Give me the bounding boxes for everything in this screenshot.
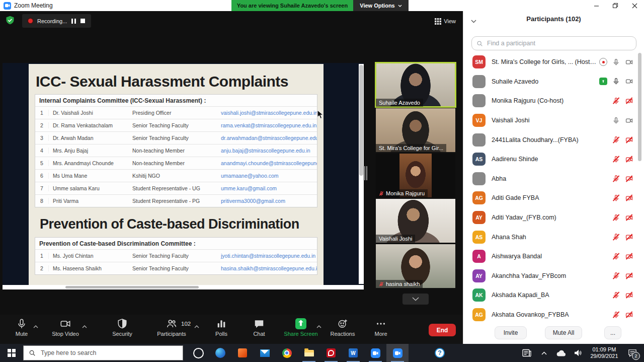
zoom-taskbar-icon-active[interactable] <box>386 344 409 362</box>
participant-row[interactable]: AS Aadirenu Shinde <box>463 150 644 169</box>
mute-all-button[interactable]: Mute All <box>545 326 582 339</box>
mail-icon[interactable] <box>254 344 276 362</box>
mic-muted-icon <box>612 135 620 144</box>
windows-logo-icon <box>8 349 16 357</box>
table-row: 5Mrs. Anandmayi ChoundeNon-teaching Memb… <box>35 157 317 169</box>
volume-icon[interactable] <box>571 344 586 362</box>
mouse-cursor <box>317 110 324 121</box>
participant-name: Monika Rajguru (Co-host) <box>492 97 609 104</box>
chevron-down-icon <box>398 5 402 7</box>
more-button[interactable]: More <box>360 318 402 337</box>
tray-expand-chevron-icon[interactable] <box>536 344 551 362</box>
mic-icon <box>16 318 27 329</box>
clock-time: 01:09 PM <box>588 346 621 353</box>
participant-name: Akshata Govankop_FYBBA <box>492 311 609 318</box>
participant-name: Aditi Gade FYBA <box>492 194 609 201</box>
mic-muted-icon <box>612 194 620 202</box>
participant-row[interactable]: AG Akshata Govankop_FYBBA <box>463 305 644 325</box>
zoom-meeting-window: Zoom Meeting You are viewing Suhaile Aza… <box>0 0 644 362</box>
windows-taskbar: W ? 01:09 PM 29/09/2021 <box>0 344 644 362</box>
avatar: AY <box>472 211 486 224</box>
video-camera-icon <box>60 318 71 329</box>
file-explorer-icon[interactable] <box>298 344 320 362</box>
stop-recording-button[interactable] <box>80 19 85 23</box>
cortana-icon[interactable] <box>187 344 209 362</box>
avatar <box>472 172 486 185</box>
video-thumbnail-st-miras[interactable]: St. Mira's College for Gir... <box>376 108 455 152</box>
minimize-button[interactable] <box>587 0 606 11</box>
camera-off-icon <box>625 311 633 319</box>
mute-options-caret[interactable] <box>33 321 38 330</box>
view-layout-button[interactable]: View <box>435 15 456 27</box>
search-input[interactable] <box>486 39 631 47</box>
meeting-stage: Recording... View ICC- Sexual Harassment… <box>0 11 463 344</box>
video-thumbnail-monika[interactable]: Monika Rajguru <box>376 154 455 197</box>
security-button[interactable]: Security <box>101 318 143 337</box>
participant-row[interactable]: AY Akanchha Yadav_FYBcom <box>463 266 644 286</box>
zoom-taskbar-icon[interactable] <box>364 344 386 362</box>
avatar: AS <box>472 153 486 166</box>
camera-off-icon <box>625 252 633 261</box>
mic-icon <box>612 58 620 66</box>
video-thumbnail-vaishali[interactable]: Vaishali Joshi <box>376 199 455 243</box>
mic-muted-icon <box>612 233 620 241</box>
participants-options-caret[interactable] <box>194 321 199 330</box>
meeting-info-shield-icon[interactable] <box>5 15 15 27</box>
polls-button[interactable]: Polls <box>200 318 243 337</box>
word-icon[interactable]: W <box>342 344 364 362</box>
reactions-button[interactable]: Reactions <box>321 318 364 337</box>
start-button[interactable] <box>0 344 23 362</box>
video-thumbnail-hasina[interactable]: hasina shaikh <box>376 244 455 288</box>
participant-row[interactable]: 2441Lalita Choudhary...(FYBA) <box>463 130 644 150</box>
camera-off-icon <box>625 291 633 300</box>
onedrive-cloud-icon[interactable] <box>553 344 569 362</box>
taskbar-search[interactable] <box>23 345 183 360</box>
view-options-button[interactable]: View Options <box>353 0 409 11</box>
shared-vertical-scrollbar <box>359 64 364 284</box>
chat-button[interactable]: Chat <box>238 318 280 337</box>
news-widget-icon[interactable] <box>519 344 534 362</box>
participant-row[interactable]: Abha <box>463 169 644 189</box>
close-button[interactable] <box>625 0 644 11</box>
restore-button[interactable] <box>606 0 625 11</box>
table-row: 1Dr. Vaishali JoshiPresiding Officervais… <box>35 106 317 119</box>
window-titlebar: Zoom Meeting You are viewing Suhaile Aza… <box>0 0 644 11</box>
participant-row[interactable]: A Aishwarya Bandal <box>463 247 644 266</box>
participant-row[interactable]: Suhaile Azavedo <box>463 72 644 92</box>
notification-count-badge: 2 <box>632 352 640 360</box>
system-tray: 01:09 PM 29/09/2021 2 <box>519 344 644 362</box>
participant-name: Aadirenu Shinde <box>492 156 609 163</box>
participant-name: Abha <box>492 175 609 182</box>
video-thumbnail-suhaile[interactable]: Suhaile Azavedo <box>376 63 455 107</box>
table-row: 4Mrs. Anju BajajNon-teaching Memberanju.… <box>35 144 317 157</box>
participant-row[interactable]: AG Aditi Gade FYBA <box>463 188 644 208</box>
acrobat-icon[interactable] <box>320 344 342 362</box>
pause-recording-button[interactable] <box>71 19 76 24</box>
thumbnail-collapse-button[interactable] <box>403 294 429 305</box>
taskbar-search-input[interactable] <box>40 349 178 357</box>
end-meeting-button[interactable]: End <box>429 324 456 336</box>
video-options-caret[interactable] <box>82 321 87 330</box>
participant-row[interactable]: Monika Rajguru (Co-host) <box>463 91 644 111</box>
help-icon[interactable]: ? <box>429 344 451 362</box>
action-center-icon[interactable]: 2 <box>623 344 642 362</box>
edge-icon[interactable] <box>209 344 231 362</box>
invite-button[interactable]: Invite <box>495 326 527 339</box>
taskbar-clock[interactable]: 01:09 PM 29/09/2021 <box>588 346 621 359</box>
panel-resize-handle[interactable] <box>364 166 367 180</box>
participant-row[interactable]: AK Akshada Kapadi_BA <box>463 285 644 305</box>
participant-row-host[interactable]: SM St. Mira's College for Girls, ... (Ho… <box>463 52 644 72</box>
stop-video-button[interactable]: Stop Video <box>44 318 87 337</box>
share-screen-button[interactable]: Share Screen <box>280 318 322 337</box>
more-options-button[interactable]: ... <box>604 326 621 339</box>
chrome-icon[interactable] <box>276 344 298 362</box>
participant-search[interactable] <box>471 36 636 50</box>
participant-name: Akshada Kapadi_BA <box>492 292 609 299</box>
office-icon[interactable] <box>231 344 254 362</box>
search-icon <box>29 349 36 356</box>
participant-row[interactable]: AS Ahana Shah <box>463 227 644 247</box>
participant-row[interactable]: AY Aditi Yadav_(FYB.com) <box>463 208 644 228</box>
participant-row[interactable]: VJ Vaishali Joshi <box>463 111 644 130</box>
participants-scrollbar-thumb[interactable] <box>638 53 641 161</box>
share-options-caret[interactable] <box>316 321 321 330</box>
